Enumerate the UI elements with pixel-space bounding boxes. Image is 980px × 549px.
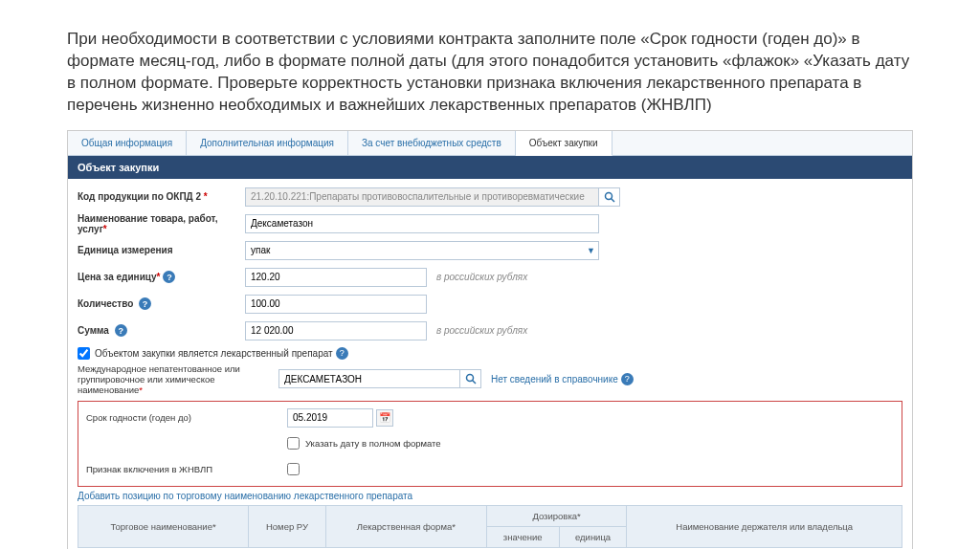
select-unit[interactable] (245, 241, 599, 260)
hint-rub-1: в российских рублях (436, 272, 527, 282)
tab-bar: Общая информация Дополнительная информац… (68, 131, 912, 156)
label-sum: Сумма ? (78, 324, 245, 337)
th-dose-value: значение (486, 526, 559, 547)
hint-rub-2: в российских рублях (436, 325, 527, 336)
help-sum-icon[interactable]: ? (115, 324, 127, 337)
input-okpd[interactable] (245, 187, 599, 207)
tab-object[interactable]: Объект закупки (516, 131, 612, 156)
help-noref-icon[interactable]: ? (621, 373, 634, 385)
label-intl-name: Международное непатентованное или группи… (78, 363, 278, 395)
section-header: Объект закупки (68, 156, 912, 179)
th-holder: Наименование держателя или владельца (627, 505, 902, 547)
label-okpd: Код продукции по ОКПД 2 * (78, 191, 245, 202)
label-qty: Количество ? (78, 297, 245, 310)
th-form: Лекарственная форма* (325, 505, 486, 547)
label-is-drug: Объектом закупки является лекарственный … (95, 348, 333, 359)
input-intl-name[interactable] (278, 369, 460, 388)
highlighted-expiry-block: Срок годности (годен до) 📅 Указать дату … (78, 401, 902, 487)
calendar-icon[interactable]: 📅 (376, 409, 393, 427)
th-reg-num: Номер РУ (249, 505, 326, 547)
form-panel: Общая информация Дополнительная информац… (67, 130, 913, 549)
svg-point-2 (466, 375, 473, 382)
tab-offbudget[interactable]: За счет внебюджетных средств (348, 131, 516, 155)
th-dose-unit: единица (559, 526, 627, 547)
checkbox-is-drug[interactable] (78, 347, 90, 360)
help-drug-icon[interactable]: ? (336, 347, 348, 360)
input-price[interactable] (245, 268, 427, 287)
input-expiry-date[interactable] (287, 408, 373, 428)
svg-line-1 (611, 198, 614, 202)
label-full-date: Указать дату в полном формате (305, 438, 441, 449)
link-add-position[interactable]: Добавить позицию по торговому наименован… (78, 491, 902, 501)
svg-point-0 (605, 192, 612, 199)
tab-general[interactable]: Общая информация (68, 131, 187, 155)
help-price-icon[interactable]: ? (163, 271, 175, 283)
th-trade-name: Торговое наименование* (78, 505, 249, 547)
label-jnvlp: Признак включения в ЖНВЛП (86, 464, 287, 474)
input-sum[interactable] (245, 321, 427, 340)
search-intl-icon[interactable] (460, 369, 481, 388)
label-expiry: Срок годности (годен до) (86, 412, 287, 423)
svg-line-3 (472, 381, 476, 384)
input-qty[interactable] (245, 295, 427, 314)
input-name[interactable] (245, 214, 599, 233)
label-unit: Единица измерения (78, 245, 245, 255)
label-name: Наименование товара, работ, услуг* (78, 213, 245, 234)
checkbox-jnvlp[interactable] (287, 463, 300, 475)
label-price: Цена за единицу*? (78, 271, 245, 283)
positions-table: Торговое наименование* Номер РУ Лекарств… (78, 505, 902, 548)
instruction-text: При необходимости в соответствии с услов… (67, 29, 913, 117)
tab-additional[interactable]: Дополнительная информация (187, 131, 348, 155)
help-qty-icon[interactable]: ? (139, 297, 151, 310)
link-no-ref[interactable]: Нет сведений в справочнике (491, 374, 618, 384)
form-body: Код продукции по ОКПД 2 * Наименование т… (68, 179, 912, 549)
checkbox-full-date[interactable] (287, 437, 300, 450)
search-okpd-icon[interactable] (599, 187, 620, 207)
th-dosage: Дозировка* (486, 505, 627, 526)
